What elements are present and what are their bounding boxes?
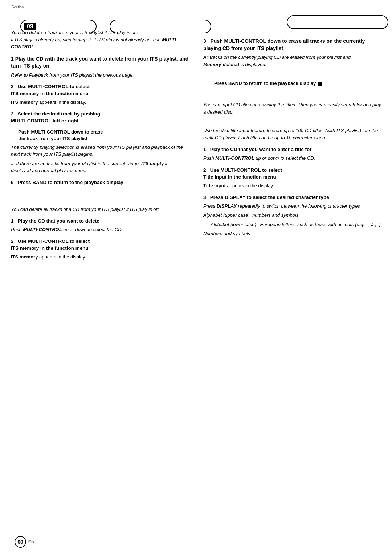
del-step2-body: ITS memory appears in the display. (11, 253, 189, 261)
step2-heading: 2 Use MULTI-CONTROL to selectITS memory … (11, 83, 189, 97)
step5-heading: 5 Press BAND to return to the playback d… (11, 179, 189, 186)
step1-heading: 1 Play the CD with the track you want to… (11, 56, 189, 70)
section-divider (11, 188, 189, 199)
step4-right-block: Press BAND to return to the playback dis… (203, 80, 381, 87)
page-number: 60 (17, 539, 23, 545)
page: Section 09 You can delete a track from y… (0, 0, 392, 555)
left-column: You can delete a track from your ITS pla… (11, 29, 189, 263)
title-step3-body3: Alphabet (lower case) European letters, … (203, 221, 381, 228)
step3b-heading: Push MULTI-CONTROL down to erasethe trac… (11, 129, 189, 142)
stop-icon (318, 82, 322, 86)
step3b-body2: # If there are no tracks from your playl… (11, 160, 189, 174)
del-step2-heading: 2 Use MULTI-CONTROL to selectITS memory … (11, 238, 189, 252)
title-step3-heading: 3 Press DISPLAY to select the desired ch… (203, 194, 381, 201)
step3-right-heading: 3 Push MULTI-CONTROL down to erase all t… (203, 38, 381, 52)
spacer4 (203, 118, 381, 127)
section-number: 09 (24, 23, 36, 30)
footer-lang: En (28, 539, 34, 544)
spacer3 (203, 88, 381, 101)
section-label: Section (12, 5, 24, 9)
step3-right-body: All tracks on the currently playing CD a… (203, 54, 381, 68)
del-step1-heading: 1 Play the CD that you want to delete (11, 218, 189, 225)
step2-body: ITS memory appears in the display. (11, 99, 189, 106)
title-step3-body4: Numbers and symbols (203, 230, 381, 237)
right-title-box (287, 15, 388, 29)
step3-heading: 3 Select the desired track by pushingMUL… (11, 111, 189, 125)
step1-body: Refer to Playback from your ITS playlist… (11, 72, 189, 79)
step4-right-heading: Press BAND to return to the playback dis… (214, 80, 381, 87)
section-title-box (110, 20, 211, 33)
footer: 60 En (15, 536, 34, 548)
step3b-body1: The currently playing selection is erase… (11, 144, 189, 158)
left-intro-line2: If ITS play is already on, skip to step … (11, 37, 177, 50)
intro2-right: You can input CD titles and display the … (203, 101, 381, 115)
title-step2-heading: 2 Use MULTI-CONTROL to selectTitle Input… (203, 167, 381, 181)
spacer2 (203, 70, 381, 76)
title-step3-body1: Press DISPLAY repeatedly to switch betwe… (203, 203, 381, 210)
section-box: 09 (20, 20, 97, 33)
main-content: You can delete a track from your ITS pla… (0, 29, 392, 274)
intro3-right: Use the disc title input feature to stor… (203, 127, 381, 141)
title-step1-heading: 1 Play the CD that you want to enter a t… (203, 146, 381, 153)
del-step1-body: Push MULTI-CONTROL up or down to select … (11, 226, 189, 233)
page-number-badge: 60 (15, 536, 26, 548)
header: Section 09 (0, 0, 392, 29)
title-step1-body: Push MULTI-CONTROL up or down to select … (203, 155, 381, 162)
title-step2-body: Title Input appears in the display. (203, 182, 381, 189)
intro2-left: You can delete all tracks of a CD from y… (11, 206, 189, 213)
spacer1 (11, 199, 189, 206)
right-column: 3 Push MULTI-CONTROL down to erase all t… (203, 29, 381, 263)
title-step3-body2: Alphabet (upper case), numbers and symbo… (203, 212, 381, 219)
